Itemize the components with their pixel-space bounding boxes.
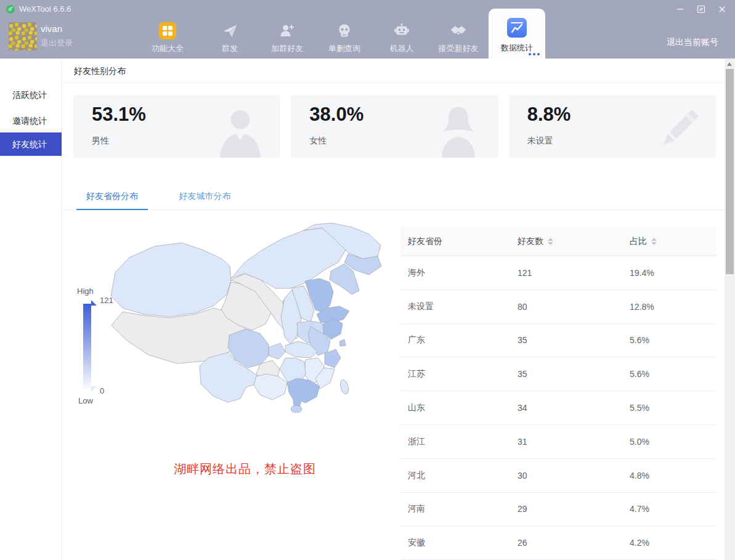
tab-city-distribution[interactable]: 好友城市分布 xyxy=(169,185,240,209)
column-header-percentage: 占比 xyxy=(622,236,717,247)
toolbar-item-robot[interactable]: 机器人 xyxy=(373,18,430,57)
legend-min-value: 0 xyxy=(100,386,104,396)
user-name: vivan xyxy=(41,23,62,34)
skull-icon xyxy=(336,21,352,41)
table-row: 广东 35 5.6% xyxy=(400,324,717,358)
vertical-scrollbar[interactable] xyxy=(725,59,735,560)
watermark-text: 湖畔网络出品，禁止盗图 xyxy=(108,461,382,477)
table-row: 江苏 35 5.6% xyxy=(400,357,717,391)
province-guangxi[interactable] xyxy=(254,374,287,400)
card-label: 男性 xyxy=(92,136,109,147)
add-friend-icon xyxy=(279,21,295,41)
wextool-window: WeXTool 6.6.6 vivan 退出登录 xyxy=(0,0,735,560)
table-row: 河北 30 4.8% xyxy=(400,459,717,493)
paper-plane-icon xyxy=(222,21,238,41)
gender-card-female: 38.0% 女性 xyxy=(291,95,498,158)
sidebar-item-friend-stats[interactable]: 好友统计 xyxy=(0,132,62,156)
maximize-button[interactable] xyxy=(692,4,710,15)
user-avatar[interactable] xyxy=(9,22,37,51)
table-row: 海外 121 19.4% xyxy=(400,256,717,290)
toolbar-item-label: 单删查询 xyxy=(328,43,360,54)
close-button[interactable] xyxy=(713,4,731,15)
sidebar-item-invite-stats[interactable]: 邀请统计 xyxy=(0,109,62,132)
more-dots-icon[interactable] xyxy=(529,53,540,55)
province-chongqing[interactable] xyxy=(269,343,285,359)
province-table: 好友省份 好友数 占比 海外 121 xyxy=(400,227,717,560)
table-row: 浙江 31 5.0% xyxy=(400,425,717,459)
table-row: 山东 34 5.5% xyxy=(400,391,717,425)
province-taiwan[interactable] xyxy=(339,379,349,395)
table-header-row: 好友省份 好友数 占比 xyxy=(400,227,717,256)
gender-card-unset: 8.8% 未设置 xyxy=(509,95,716,158)
robot-icon xyxy=(394,21,410,41)
titlebar[interactable]: WeXTool 6.6.6 xyxy=(0,0,735,17)
sort-icon[interactable] xyxy=(548,238,553,245)
main-content: 好友性别分布 53.1% 男性 38.0% 女性 xyxy=(62,59,725,560)
toolbar-item-data-statistics[interactable]: 数据统计 xyxy=(489,9,545,59)
logout-account-button[interactable]: 退出当前账号 xyxy=(667,37,718,48)
window-title: WeXTool 6.6.6 xyxy=(19,4,71,14)
china-choropleth-map[interactable] xyxy=(108,222,394,413)
stats-chart-icon xyxy=(506,14,527,38)
legend-gradient-bar[interactable] xyxy=(83,304,91,391)
toolbar-item-label: 机器人 xyxy=(390,43,414,54)
column-header-province: 好友省份 xyxy=(400,236,510,247)
logout-link[interactable]: 退出登录 xyxy=(41,38,73,49)
card-percent: 8.8% xyxy=(527,103,571,126)
app-logo-icon xyxy=(6,4,15,14)
toolbar-item-label: 功能大全 xyxy=(152,43,184,54)
toolbar-item-accept-new-friends[interactable]: 接受新好友 xyxy=(430,18,487,57)
card-label: 女性 xyxy=(309,136,327,147)
table-row: 安徽 26 4.2% xyxy=(400,526,717,560)
gender-cards: 53.1% 男性 38.0% 女性 8.8% 未设置 xyxy=(73,95,716,158)
toolbar-item-label: 数据统计 xyxy=(501,43,533,54)
scrollbar-thumb[interactable] xyxy=(726,69,734,274)
section-title: 好友性别分布 xyxy=(62,59,725,83)
legend-low-label: Low xyxy=(78,396,93,405)
toolbar-item-label: 群发 xyxy=(222,43,238,54)
toolbar-item-single-delete-query[interactable]: 单删查询 xyxy=(316,18,373,57)
table-row: 未设置 80 12.8% xyxy=(400,290,717,324)
toolbar-item-features[interactable]: 功能大全 xyxy=(139,18,196,57)
minimize-button[interactable] xyxy=(671,4,689,15)
sidebar: 活跃统计 邀请统计 好友统计 xyxy=(0,59,62,560)
table-row: 河南 29 4.7% xyxy=(400,493,717,527)
toolbar-item-label: 加群好友 xyxy=(271,43,303,54)
female-silhouette-icon xyxy=(434,103,482,158)
handshake-icon xyxy=(450,21,467,41)
card-percent: 38.0% xyxy=(309,103,363,126)
province-shanghai[interactable] xyxy=(339,339,346,346)
scrollbar-up-arrow-icon[interactable] xyxy=(727,62,732,66)
pencil-icon xyxy=(652,103,705,156)
legend-handle-top[interactable] xyxy=(91,300,97,306)
male-silhouette-icon xyxy=(216,103,264,158)
tab-province-distribution[interactable]: 好友省份分布 xyxy=(76,185,148,209)
province-xinjiang[interactable] xyxy=(111,243,231,317)
card-percent: 53.1% xyxy=(92,103,146,126)
grid-icon xyxy=(158,21,177,41)
province-hainan[interactable] xyxy=(291,405,302,413)
toolbar-item-label: 接受新好友 xyxy=(439,43,479,54)
column-header-friend-count: 好友数 xyxy=(510,236,622,247)
legend-high-label: High xyxy=(77,286,94,296)
legend-handle-bottom[interactable] xyxy=(91,386,97,392)
distribution-tabs: 好友省份分布 好友城市分布 xyxy=(62,185,725,210)
topbar: WeXTool 6.6.6 vivan 退出登录 xyxy=(0,0,735,59)
card-label: 未设置 xyxy=(527,136,553,147)
toolbar-item-mass-send[interactable]: 群发 xyxy=(201,18,258,57)
toolbar-item-add-group-friends[interactable]: 加群好友 xyxy=(259,18,315,57)
section-header: 好友性别分布 xyxy=(62,59,725,83)
sort-icon[interactable] xyxy=(651,238,657,245)
sidebar-item-active-stats[interactable]: 活跃统计 xyxy=(0,83,62,107)
gender-card-male: 53.1% 男性 xyxy=(73,95,280,158)
